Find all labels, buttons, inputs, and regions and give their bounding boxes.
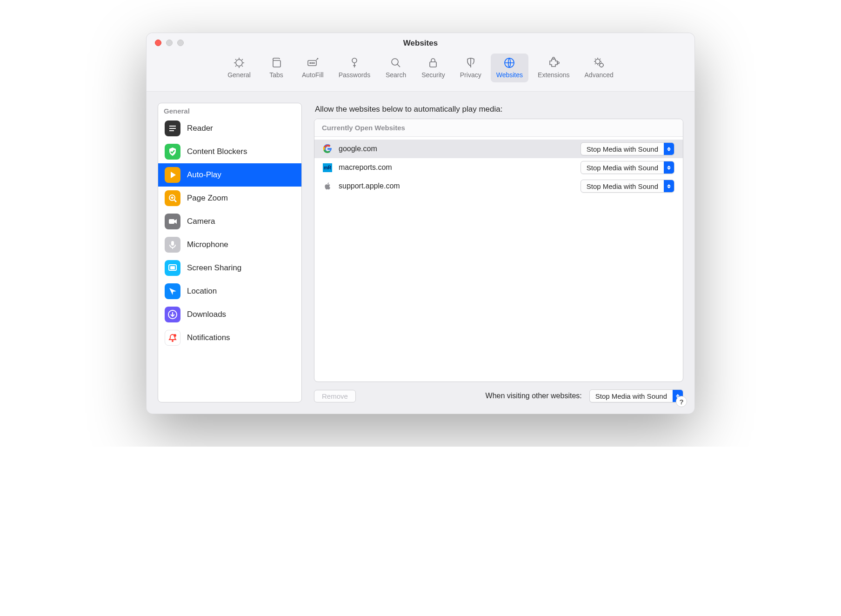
svg-point-11 [557, 62, 559, 64]
toolbar-tab-label: Search [386, 71, 406, 79]
website-setting-popup[interactable]: Stop Media with Sound [581, 161, 674, 174]
favicon-apple [323, 182, 332, 191]
sidebar-item-label: Microphone [187, 240, 228, 249]
mic-icon [165, 237, 180, 253]
play-icon [165, 167, 180, 183]
website-setting-popup[interactable]: Stop Media with Sound [581, 180, 674, 193]
popup-arrows-icon [664, 161, 674, 174]
website-row[interactable]: mRmacreports.comStop Media with Sound [314, 158, 683, 177]
window-title: Websites [403, 39, 438, 48]
zoom-window-button[interactable] [177, 40, 184, 46]
favicon-mr: mR [323, 163, 332, 172]
sidebar-item-mic[interactable]: Microphone [158, 233, 301, 256]
sidebar-item-label: Downloads [187, 310, 226, 319]
download-icon [165, 307, 180, 322]
website-setting-value: Stop Media with Sound [581, 164, 664, 172]
sidebar-item-label: Notifications [187, 333, 230, 342]
screen-icon [165, 260, 180, 276]
sidebar-item-zoom[interactable]: Page Zoom [158, 187, 301, 210]
svg-rect-1 [273, 60, 280, 67]
svg-rect-15 [169, 128, 176, 129]
preferences-window: Websites GeneralTabsAutoFillPasswordsSea… [146, 33, 695, 414]
toolbar-tab-label: Tabs [269, 71, 283, 79]
sidebar-item-location[interactable]: Location [158, 280, 301, 303]
sidebar-item-downloads[interactable]: Downloads [158, 303, 301, 326]
other-websites-value: Stop Media with Sound [590, 392, 673, 400]
location-icon [165, 283, 180, 299]
toolbar-tab-passwords[interactable]: Passwords [333, 54, 376, 82]
svg-rect-8 [430, 62, 436, 67]
remove-button[interactable]: Remove [314, 390, 356, 402]
svg-rect-16 [169, 130, 174, 131]
sidebar-item-camera[interactable]: Camera [158, 210, 301, 233]
content-area: General ReaderContent BlockersAuto-PlayP… [147, 92, 694, 414]
favicon-google [323, 145, 332, 154]
zoom-icon [165, 190, 180, 206]
sidebar-item-label: Reader [187, 124, 213, 133]
preferences-toolbar: GeneralTabsAutoFillPasswordsSearchSecuri… [147, 54, 694, 92]
svg-point-7 [392, 59, 398, 65]
svg-point-13 [600, 63, 603, 67]
panel-prompt: Allow the websites below to automaticall… [315, 105, 683, 114]
toolbar-tab-label: Passwords [339, 71, 370, 79]
svg-rect-18 [169, 219, 174, 224]
svg-point-4 [312, 63, 313, 64]
toolbar-tab-label: General [227, 71, 251, 79]
websites-sidebar: General ReaderContent BlockersAuto-PlayP… [158, 103, 302, 402]
other-websites-popup[interactable]: Stop Media with Sound [589, 389, 683, 402]
sidebar-item-label: Auto-Play [187, 170, 221, 180]
svg-point-3 [310, 63, 311, 64]
popup-arrows-icon [664, 180, 674, 192]
toolbar-tab-extensions[interactable]: Extensions [532, 54, 575, 82]
toolbar-tab-search[interactable]: Search [380, 54, 412, 82]
svg-point-24 [174, 334, 176, 337]
website-setting-value: Stop Media with Sound [581, 182, 664, 190]
sidebar-item-blockers[interactable]: Content Blockers [158, 140, 301, 163]
toolbar-tab-label: Extensions [538, 71, 569, 79]
help-button[interactable]: ? [676, 396, 687, 407]
titlebar: Websites [147, 33, 694, 54]
svg-point-12 [595, 59, 600, 64]
website-setting-popup[interactable]: Stop Media with Sound [581, 142, 674, 155]
sidebar-item-autoplay[interactable]: Auto-Play [158, 163, 301, 187]
sidebar-item-label: Content Blockers [187, 147, 247, 156]
toolbar-tab-tabs[interactable]: Tabs [260, 54, 293, 82]
other-websites-label: When visiting other websites: [486, 392, 582, 400]
popup-arrows-icon [664, 143, 674, 155]
website-domain: support.apple.com [339, 182, 574, 190]
bell-icon [165, 330, 180, 346]
website-row[interactable]: support.apple.comStop Media with Sound [314, 177, 683, 195]
toolbar-tab-privacy[interactable]: Privacy [454, 54, 487, 82]
autoplay-settings-panel: Allow the websites below to automaticall… [314, 103, 683, 402]
toolbar-tab-websites[interactable]: Websites [491, 54, 528, 82]
sidebar-item-reader[interactable]: Reader [158, 117, 301, 140]
toolbar-tab-label: Security [421, 71, 445, 79]
panel-footer: Remove When visiting other websites: Sto… [314, 382, 683, 402]
list-icon [165, 121, 180, 136]
svg-point-0 [236, 60, 242, 66]
svg-point-6 [352, 58, 357, 63]
toolbar-tab-general[interactable]: General [222, 54, 256, 82]
list-header: Currently Open Websites [314, 119, 683, 137]
sidebar-item-notifications[interactable]: Notifications [158, 326, 301, 349]
camera-icon [165, 214, 180, 229]
sidebar-item-label: Camera [187, 217, 215, 226]
svg-point-10 [553, 57, 554, 59]
sidebar-section-header: General [158, 103, 301, 117]
toolbar-tab-autofill[interactable]: AutoFill [296, 54, 329, 82]
sidebar-item-screen[interactable]: Screen Sharing [158, 256, 301, 280]
close-window-button[interactable] [155, 40, 161, 46]
svg-point-5 [314, 63, 314, 64]
sidebar-item-label: Location [187, 287, 217, 296]
minimize-window-button[interactable] [166, 40, 173, 46]
shield-icon [165, 144, 180, 160]
website-domain: macreports.com [339, 163, 574, 172]
website-setting-value: Stop Media with Sound [581, 145, 664, 153]
website-row[interactable]: google.comStop Media with Sound [314, 140, 683, 158]
toolbar-tab-label: Websites [496, 71, 523, 79]
toolbar-tab-advanced[interactable]: Advanced [579, 54, 619, 82]
svg-rect-21 [170, 266, 175, 269]
toolbar-tab-security[interactable]: Security [416, 54, 451, 82]
svg-point-23 [172, 340, 174, 342]
svg-rect-19 [171, 241, 174, 246]
